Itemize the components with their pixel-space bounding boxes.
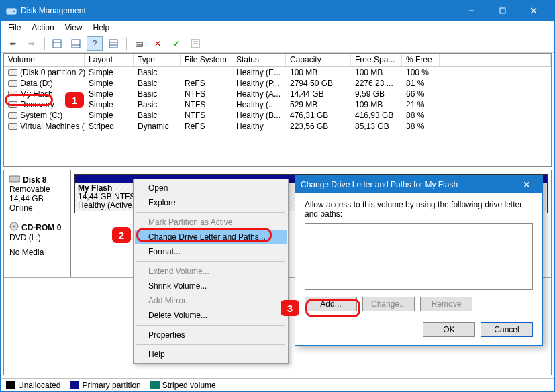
legend-swatch-unallocated [6, 381, 15, 389]
minimize-button[interactable] [456, 1, 487, 21]
volume-cell: Data (D:) [4, 79, 85, 88]
ok-button[interactable]: OK [423, 322, 475, 337]
settings-button[interactable] [105, 36, 121, 51]
ctx-add-mirror: Add Mirror... [135, 293, 287, 308]
ctx-delete[interactable]: Delete Volume... [135, 308, 287, 323]
legend-swatch-primary [70, 381, 79, 389]
volume-cell: System (C:) [4, 111, 85, 120]
col-fs[interactable]: File System [181, 54, 232, 66]
paths-listbox[interactable] [305, 223, 533, 290]
change-drive-letter-dialog[interactable]: Change Drive Letter and Paths for My Fla… [295, 175, 543, 346]
volume-cell: NTFS [181, 111, 232, 120]
volume-cell: Healthy (P... [232, 79, 286, 88]
back-button[interactable]: ⬅ [5, 36, 21, 51]
volume-row[interactable]: My FlashSimpleBasicNTFSHealthy (A...14,4… [4, 89, 551, 99]
volume-cell: Healthy (B... [232, 111, 286, 120]
cdrom-line2: DVD (L:) [9, 233, 65, 242]
menu-action[interactable]: Action [27, 21, 58, 34]
maximize-button[interactable] [487, 1, 518, 21]
ctx-open[interactable]: Open [135, 181, 287, 195]
volume-row[interactable]: Virtual Machines (...StripedDynamicReFSH… [4, 121, 551, 132]
volume-row[interactable]: System (C:)SimpleBasicNTFSHealthy (B...4… [4, 110, 551, 121]
svg-point-19 [13, 226, 15, 228]
dialog-close-button[interactable]: ✕ [517, 179, 537, 190]
annotation-marker-1: 1 [65, 92, 84, 108]
view-top-button[interactable] [49, 36, 65, 51]
ctx-sep [136, 344, 285, 345]
volume-cell: Healthy [232, 121, 286, 131]
disk-kind: Removable [9, 185, 65, 194]
volume-cell: Basic [134, 100, 181, 109]
ctx-shrink[interactable]: Shrink Volume... [135, 279, 287, 293]
volume-row[interactable]: (Disk 0 partition 2)SimpleBasicHealthy (… [4, 67, 551, 78]
window-title: Disk Management [21, 6, 456, 15]
ctx-change-drive-letter[interactable]: Change Drive Letter and Paths... [135, 230, 287, 244]
disk-size: 14,44 GB [9, 194, 65, 203]
ctx-explore[interactable]: Explore [135, 195, 287, 210]
col-volume[interactable]: Volume [4, 54, 85, 66]
svg-rect-7 [53, 40, 61, 48]
ctx-help[interactable]: Help [135, 347, 287, 362]
cdrom-icon [9, 222, 19, 233]
col-pct[interactable]: % Free [402, 54, 440, 66]
toolbar: ⬅ ➡ ? 🖴 ✕ ✓ [1, 34, 554, 53]
volume-cell: 223,56 GB [286, 121, 351, 131]
cdrom-label: CD-ROM 0 DVD (L:) No Media [4, 217, 71, 277]
col-filler [440, 54, 551, 66]
menu-view[interactable]: View [60, 21, 87, 34]
volume-cell: Simple [85, 111, 134, 120]
col-capacity[interactable]: Capacity [286, 54, 351, 66]
add-button[interactable]: Add... [305, 297, 357, 311]
col-free[interactable]: Free Spa... [351, 54, 402, 66]
cdrom-title: CD-ROM 0 [21, 223, 61, 232]
volume-cell: Virtual Machines (... [4, 121, 85, 131]
titlebar[interactable]: Disk Management [1, 1, 554, 21]
ctx-sep [136, 325, 285, 326]
dialog-message: Allow access to this volume by using the… [305, 200, 533, 219]
col-layout[interactable]: Layout [85, 54, 134, 66]
close-button[interactable] [518, 1, 549, 21]
volume-cell: 14,44 GB [286, 89, 351, 99]
delete-button[interactable]: ✕ [150, 36, 166, 51]
dialog-titlebar[interactable]: Change Drive Letter and Paths for My Fla… [295, 176, 542, 193]
volume-cell: 2794,50 GB [286, 79, 351, 88]
svg-rect-11 [109, 40, 117, 48]
annotation-marker-2: 2 [112, 227, 131, 243]
disk-management-window: Disk Management File Action View Help ⬅ … [0, 0, 555, 392]
volume-cell: Dynamic [134, 121, 181, 131]
ctx-properties[interactable]: Properties [135, 328, 287, 342]
volume-row[interactable]: RecoverySimpleBasicNTFSHealthy (...529 M… [4, 99, 551, 110]
annotation-marker-3: 3 [281, 300, 299, 316]
view-bottom-button[interactable] [68, 36, 84, 51]
volume-list[interactable]: Volume Layout Type File System Status Ca… [3, 53, 552, 167]
volume-cell: 100 MB [351, 68, 402, 77]
app-icon [6, 5, 17, 16]
volume-row[interactable]: Data (D:)SimpleBasicReFSHealthy (P...279… [4, 78, 551, 89]
volume-cell: Basic [134, 111, 181, 120]
forward-button[interactable]: ➡ [23, 36, 40, 51]
volume-cell: ReFS [181, 121, 232, 131]
help-button[interactable]: ? [87, 36, 103, 51]
volume-cell: 38 % [402, 121, 440, 131]
ctx-format[interactable]: Format... [135, 244, 287, 259]
col-status[interactable]: Status [232, 54, 286, 66]
legend-striped: Striped volume [162, 381, 216, 390]
drive-icon [8, 123, 17, 130]
cancel-button[interactable]: Cancel [481, 322, 533, 337]
context-menu[interactable]: Open Explore Mark Partition as Active Ch… [133, 179, 289, 364]
disk-8-label: Disk 8 Removable 14,44 GB Online [4, 170, 71, 217]
dialog-title: Change Drive Letter and Paths for My Fla… [301, 180, 517, 189]
menu-file[interactable]: File [3, 21, 26, 34]
rescan-button[interactable]: 🖴 [131, 36, 147, 51]
ctx-sep [136, 261, 285, 262]
properties-button[interactable] [187, 36, 203, 51]
menu-help[interactable]: Help [89, 21, 115, 34]
menubar: File Action View Help [1, 21, 554, 34]
check-button[interactable]: ✓ [168, 36, 185, 51]
volume-cell: 85,13 GB [351, 121, 402, 131]
col-type[interactable]: Type [134, 54, 181, 66]
svg-rect-9 [72, 40, 80, 48]
volume-cell: NTFS [181, 89, 232, 99]
remove-button: Remove [420, 297, 472, 311]
volume-cell: 529 MB [286, 100, 351, 109]
